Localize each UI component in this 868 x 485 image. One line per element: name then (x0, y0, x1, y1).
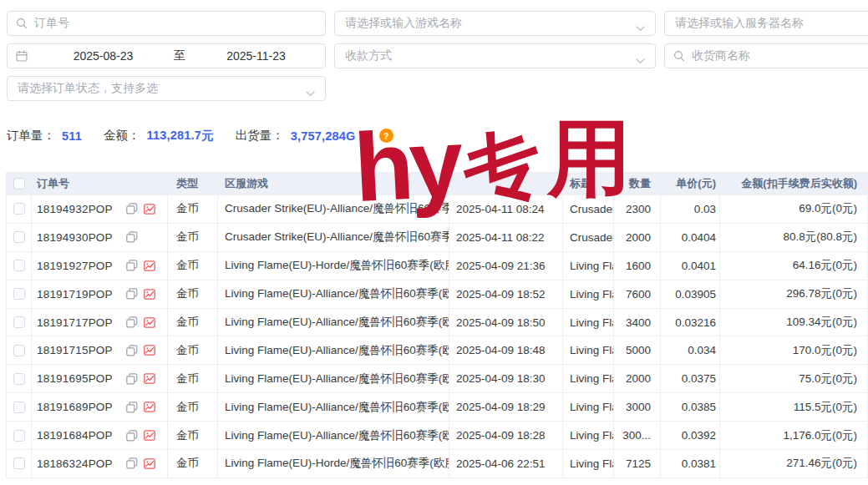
image-icon[interactable] (144, 402, 155, 412)
image-icon[interactable] (144, 345, 155, 356)
table-row: 18191689POP 金币 Living Flame(EU)-Alliance… (7, 393, 868, 422)
time-cell: 2025-04-09 18:30 (449, 365, 563, 392)
unit-price-cell: 0.034 (661, 336, 720, 364)
row-checkbox[interactable] (13, 402, 25, 413)
table-row: 18194932POP 金币 Crusader Strike(EU)-Allia… (7, 195, 868, 224)
header-unit-price: 单价(元) (661, 173, 720, 195)
amount-cell: 64.16元(0元) (720, 252, 868, 280)
image-icon[interactable] (144, 458, 155, 469)
image-icon[interactable] (144, 317, 155, 328)
receiver-name-input[interactable]: 收货商名称 (664, 43, 868, 68)
server-game-cell: Living Flame(EU)-Alliance/魔兽怀旧60赛季(欧 (218, 309, 449, 336)
copy-icon[interactable] (126, 203, 138, 215)
image-icon[interactable] (144, 430, 155, 441)
copy-icon[interactable] (126, 457, 138, 469)
receiver-name-placeholder: 收货商名称 (692, 48, 750, 63)
chevron-down-icon (636, 53, 645, 67)
order-number: 18194930POP (37, 231, 113, 244)
copy-icon[interactable] (126, 260, 138, 271)
unit-price-cell: 0.0375 (661, 365, 720, 392)
shipment-value: 3,757,284G (291, 129, 356, 143)
time-cell: 2025-04-09 18:48 (449, 336, 563, 364)
type-cell: 金币 (168, 393, 218, 421)
row-checkbox[interactable] (13, 373, 25, 385)
header-amount: 金额(扣手续费后实收额) (720, 173, 868, 195)
date-end-value[interactable]: 2025-11-23 (187, 49, 325, 63)
image-icon[interactable] (144, 204, 155, 215)
row-select-cell (7, 422, 32, 449)
type-cell: 金币 (168, 252, 218, 280)
copy-icon[interactable] (126, 345, 138, 356)
time-cell: 2025-04-09 18:28 (449, 422, 563, 449)
table-row: 18191719POP 金币 Living Flame(EU)-Alliance… (7, 280, 868, 309)
time-cell: 2025-04-09 18:52 (449, 280, 563, 308)
amount-cell: 80.8元(80.8元) (720, 224, 868, 251)
header-order-number: 订单号 (32, 173, 168, 195)
orders-table: 订单号 类型 区服游戏 标题 数量 单价(元) 金额(扣手续费后实收额) 181… (6, 172, 868, 478)
row-checkbox[interactable] (13, 203, 25, 215)
table-row: 18191717POP 金币 Living Flame(EU)-Alliance… (7, 309, 868, 337)
row-checkbox[interactable] (13, 316, 25, 328)
copy-icon[interactable] (126, 430, 138, 442)
order-number-cell: 18194930POP (32, 224, 168, 251)
copy-icon[interactable] (126, 231, 138, 243)
table-row: 18191684POP 金币 Living Flame(EU)-Alliance… (7, 422, 868, 450)
amount-cell: 75.0元(0元) (720, 365, 868, 392)
copy-icon[interactable] (126, 288, 138, 300)
select-all-checkbox[interactable] (13, 178, 25, 189)
table-row: 18191695POP 金币 Living Flame(EU)-Alliance… (7, 365, 868, 393)
payment-method-placeholder: 收款方式 (345, 48, 392, 63)
row-select-cell (7, 252, 32, 280)
order-status-select[interactable]: 请选择订单状态，支持多选 (7, 76, 326, 101)
order-status-placeholder: 请选择订单状态，支持多选 (18, 81, 158, 96)
copy-icon[interactable] (126, 402, 138, 413)
order-number-cell: 18194932POP (32, 195, 168, 223)
game-name-select[interactable]: 请选择或输入游戏名称 (334, 11, 656, 36)
date-start-value[interactable]: 2025-08-23 (34, 49, 172, 63)
shipment-stat: 出货量： 3,757,284G (236, 128, 356, 144)
title-cell: Living Fla (563, 336, 614, 364)
row-checkbox[interactable] (13, 231, 25, 243)
image-icon[interactable] (144, 260, 155, 271)
time-cell: 2025-04-09 18:50 (449, 309, 563, 336)
time-cell: 2025-04-09 21:36 (449, 252, 563, 280)
row-checkbox[interactable] (13, 288, 25, 300)
row-select-cell (7, 393, 32, 421)
title-cell: Living Fla (563, 393, 614, 421)
order-number-cell: 18191717POP (32, 309, 168, 336)
amount-label: 金额： (104, 128, 140, 144)
row-checkbox[interactable] (13, 260, 25, 271)
order-number-input[interactable]: 订单号 (7, 11, 326, 36)
quantity-cell: 1600 (614, 252, 661, 280)
copy-icon[interactable] (126, 373, 138, 385)
row-select-cell (7, 309, 32, 336)
date-range-picker[interactable]: 2025-08-23 至 2025-11-23 (7, 43, 326, 68)
server-game-cell: Living Flame(EU)-Horde/魔兽怀旧60赛季(欧服 (218, 252, 449, 280)
copy-icon[interactable] (126, 316, 138, 328)
row-checkbox[interactable] (13, 345, 25, 356)
order-number: 18191689POP (37, 401, 113, 413)
row-checkbox[interactable] (13, 430, 25, 442)
order-count-stat: 订单量： 511 (7, 128, 82, 144)
order-number: 18191695POP (37, 372, 113, 385)
help-icon[interactable]: ? (379, 129, 393, 143)
server-game-cell: Living Flame(EU)-Alliance/魔兽怀旧60赛季(欧 (218, 422, 449, 449)
table-row: 18191715POP 金币 Living Flame(EU)-Alliance… (7, 336, 868, 365)
title-cell: Crusader (563, 224, 614, 251)
quantity-cell: 5000 (614, 336, 661, 364)
type-cell: 金币 (168, 309, 218, 336)
quantity-cell: 300... (614, 422, 661, 449)
server-name-select[interactable]: 请选择或输入服务器名称 (664, 11, 868, 36)
header-quantity: 数量 (614, 173, 661, 195)
amount-cell: 170.0元(0元) (720, 336, 868, 364)
order-number-cell: 18186324POP (32, 450, 168, 477)
quantity-cell: 7125 (614, 450, 661, 477)
payment-method-select[interactable]: 收款方式 (334, 43, 656, 68)
title-cell: Living Fla (563, 280, 614, 308)
row-checkbox[interactable] (13, 457, 25, 469)
image-icon[interactable] (144, 289, 155, 300)
image-icon[interactable] (144, 373, 155, 384)
unit-price-cell: 0.03905 (661, 280, 720, 308)
order-number: 18194932POP (37, 203, 113, 215)
order-count-value: 511 (62, 129, 82, 143)
